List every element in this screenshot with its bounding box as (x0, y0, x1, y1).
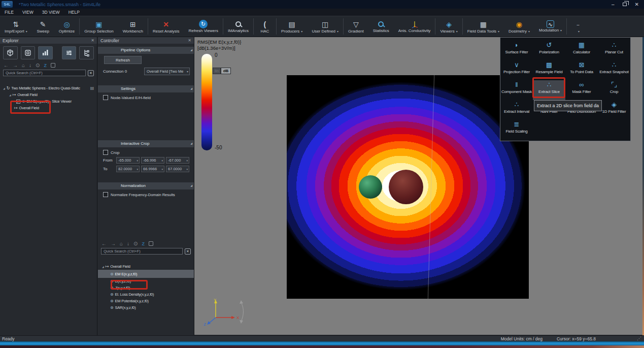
expander-icon[interactable]: ◢ (102, 265, 104, 268)
section-pipeline-options[interactable]: Pipeline Options◢ (98, 47, 194, 54)
down-arrow-icon[interactable]: ↓ (29, 62, 31, 68)
db-scale-button[interactable]: dB (221, 68, 231, 74)
checkbox-filter-icon[interactable] (149, 241, 153, 246)
toolbar-imanalytics[interactable]: IMAnalytics (223, 16, 253, 37)
resize-grip-icon[interactable]: ⋰ (637, 336, 641, 341)
toolbar-statistics[interactable]: Statistics (368, 16, 394, 37)
crop-checkbox-row[interactable]: ✓ Crop (98, 150, 194, 155)
to-x-stepper[interactable]: ▾ (116, 166, 140, 172)
checkbox-filter-icon[interactable] (51, 63, 55, 68)
tab-hierarchy[interactable] (79, 46, 94, 59)
toolbar-gradient[interactable]: ▽ Gradient (344, 16, 368, 37)
section-normalization[interactable]: Normalization◢ (98, 182, 194, 189)
minimize-button[interactable]: – (612, 2, 615, 7)
clear-search-icon[interactable]: ✕ (88, 70, 94, 76)
output-tree-item-sar[interactable]: ⊛ SAR(x,y,z,f0) (98, 304, 194, 311)
toolbar-field-data-tools[interactable]: ▦ Field Data Tools▾ (463, 16, 504, 37)
from-z-stepper[interactable]: ▾ (166, 157, 189, 164)
forward-icon[interactable]: → (13, 62, 18, 68)
chevron-down-icon: ▾ (498, 29, 499, 33)
toolbar-overflow[interactable]: – ▾ (567, 16, 589, 37)
menu-item-to-point-data[interactable]: ⊠To Point Data (565, 60, 598, 80)
menu-item-planar-cut[interactable]: ∴Planar Cut (598, 41, 630, 60)
tree-row-simulation-root[interactable]: ◢ ↻ Two Metallic Spheres - Electro Quasi… (0, 85, 97, 91)
refresh-button[interactable]: Refresh (104, 56, 142, 64)
expander-icon[interactable]: ◢ (9, 93, 11, 97)
slice-render-area[interactable] (287, 75, 529, 299)
output-search-input[interactable] (101, 248, 183, 255)
section-interactive-crop[interactable]: Interactive Crop◢ (98, 140, 194, 147)
close-button[interactable]: ✕ (635, 2, 639, 7)
toolbar-viewers[interactable]: ◈ Viewers▾ (435, 16, 462, 37)
3d-viewport[interactable]: RMS{EM E(x,y,z,f0)} [dB(1.36e+3V/m)] 0 -… (194, 37, 644, 335)
connection-dropdown[interactable]: Overall Field [Two Me ▾ (144, 68, 190, 75)
tree-row-overall-field[interactable]: ◢ ↦ Overall Field (0, 91, 97, 98)
calculator-icon: ▦ (579, 41, 585, 49)
toolbar-dosimetry[interactable]: ◉ Dosimetry▾ (504, 16, 534, 37)
close-icon[interactable]: ✕ (91, 38, 94, 43)
restore-button[interactable] (623, 3, 627, 6)
toolbar-modulation[interactable]: ∿ Modulation▾ (534, 16, 566, 37)
back-icon[interactable]: ← (4, 62, 9, 68)
section-settings[interactable]: Settings◢ (98, 85, 194, 92)
toolbar-sweep[interactable]: ✎ Sweep (32, 16, 54, 37)
back-icon[interactable]: ← (101, 241, 107, 246)
explorer-search-input[interactable] (3, 70, 86, 76)
clear-search-icon[interactable]: ✕ (185, 248, 191, 255)
menu-view[interactable]: VIEW (22, 10, 33, 15)
toolbar-hac[interactable]: ( HAC (254, 16, 276, 37)
toolbar-user-defined[interactable]: ◫ User Defined▾ (307, 16, 343, 37)
toolbar-imp-export[interactable]: ⇅ Imp/Export▾ (0, 16, 32, 37)
menu-item-mask-filter[interactable]: ∞Mask Filter (565, 80, 598, 100)
menu-item-extract-interval[interactable]: ∴Extract Interval (500, 100, 533, 120)
eye-icon[interactable]: ⊙ (133, 241, 138, 246)
to-point-data-icon: ⊠ (579, 60, 585, 69)
unchecked-checkbox[interactable]: ✓ (103, 150, 108, 155)
home-icon[interactable]: ⌂ (120, 241, 123, 246)
menu-file[interactable]: FILE (5, 10, 14, 15)
menu-item-component-mask[interactable]: ‖Component Mask (500, 80, 533, 100)
close-icon[interactable]: ✕ (188, 38, 191, 43)
menu-item-extract-snapshot[interactable]: ∴Extract Snapshot (598, 60, 630, 80)
output-tree-item-loss-density[interactable]: ⊛ El. Loss Density(x,y,z,f0) (98, 291, 194, 298)
forward-icon[interactable]: → (111, 241, 116, 246)
menu-item-calculator[interactable]: ▦Calculator (565, 41, 598, 60)
unchecked-checkbox[interactable]: ✓ (103, 95, 108, 100)
toolbar-producers[interactable]: ▤ Producers▾ (277, 16, 307, 37)
sort-z-icon[interactable]: Z (44, 63, 47, 68)
down-arrow-icon[interactable]: ↓ (127, 241, 129, 246)
menu-item-polarization[interactable]: ↺Polarization (533, 41, 565, 60)
toolbar-anis-conductivity[interactable]: Anis. Conductivity (394, 16, 435, 37)
output-tree-root[interactable]: ◢ ↦ Overall Field (98, 263, 194, 270)
to-y-stepper[interactable]: ▾ (141, 166, 164, 172)
menu-item-projection-filter[interactable]: ∨Projection Filter (500, 60, 533, 80)
home-icon[interactable]: ⌂ (22, 62, 25, 68)
toolbar-refresh-viewers[interactable]: ↻ Refresh Viewers (184, 16, 223, 37)
expander-icon[interactable]: ◢ (3, 87, 5, 90)
toolbar-reset-analysis[interactable]: ✕ Reset Analysis (148, 16, 184, 37)
linear-scale-button[interactable]: lin (213, 68, 221, 74)
from-x-stepper[interactable]: ▾ (116, 157, 140, 164)
menu-item-field-scaling[interactable]: ≣Field Scaling (500, 120, 533, 140)
toolbar-group-selection[interactable]: ▣ Group Selection (80, 16, 118, 37)
menu-3d-view[interactable]: 3D VIEW (42, 10, 60, 15)
menu-item-1d-field-filter[interactable]: ◈1D Field Filter (598, 100, 630, 120)
node-valued-checkbox-row[interactable]: ✓ Node-Valued E/H-field (98, 95, 194, 100)
normalize-checkbox-row[interactable]: ✓ Normalize Frequency-Domain Results (98, 192, 194, 197)
menu-help[interactable]: HELP (69, 10, 80, 15)
tab-model[interactable] (3, 46, 18, 59)
tab-analysis[interactable] (38, 46, 53, 59)
menu-item-crop[interactable]: ⌜⌟Crop (598, 80, 630, 100)
unchecked-checkbox[interactable]: ✓ (103, 192, 108, 197)
toolbar-optimize[interactable]: ◎ Optimize (54, 16, 80, 37)
output-tree-item-potential[interactable]: ⊛ EM Potential(x,y,z,f0) (98, 298, 194, 304)
tab-properties[interactable] (62, 46, 77, 59)
to-z-stepper[interactable]: ▾ (166, 166, 189, 172)
toolbar-workbench[interactable]: ⊞ Workbench (118, 16, 148, 37)
sort-z-icon[interactable]: Z (142, 241, 145, 246)
menu-item-surface-filter[interactable]: ◗Surface Filter (500, 41, 533, 60)
tab-simulation[interactable] (21, 46, 36, 59)
output-tree-item-em-e[interactable]: ⊛ EM E(x,y,z,f0) (98, 270, 194, 278)
eye-icon[interactable]: ⊙ (36, 62, 40, 68)
from-y-stepper[interactable]: ▾ (141, 157, 164, 164)
